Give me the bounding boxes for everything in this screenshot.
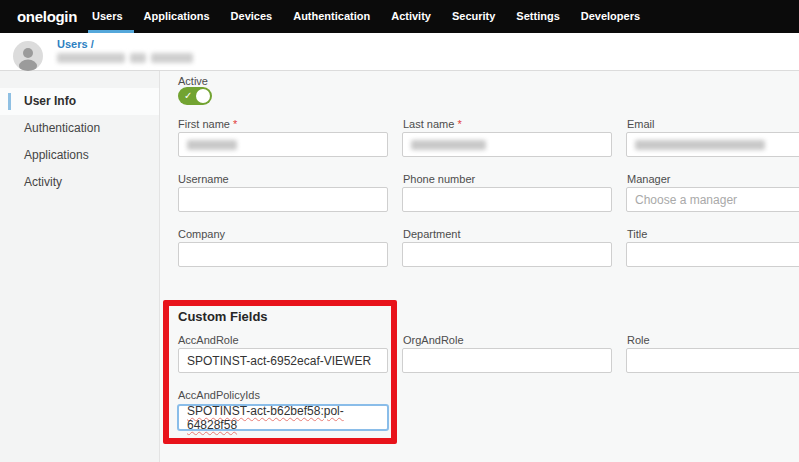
sidebar-item-activity[interactable]: Activity	[0, 169, 159, 196]
role-input[interactable]	[626, 348, 799, 373]
required-asterisk: *	[457, 118, 461, 130]
top-nav-items: Users Applications Devices Authenticatio…	[92, 0, 640, 33]
nav-tab-authentication[interactable]: Authentication	[293, 0, 370, 33]
manager-label: Manager	[627, 173, 670, 185]
active-tab-indicator	[88, 30, 134, 33]
label-text: First name	[178, 118, 230, 130]
acc-and-role-input[interactable]	[178, 348, 388, 373]
top-nav-bar: onelogin Users Applications Devices Auth…	[0, 0, 799, 33]
redacted-value	[635, 140, 765, 150]
nav-tab-settings[interactable]: Settings	[516, 0, 559, 33]
sidebar-item-user-info[interactable]: User Info	[0, 88, 159, 115]
redacted-block	[130, 53, 146, 63]
onelogin-admin-window: onelogin Users Applications Devices Auth…	[0, 0, 799, 462]
user-name-redacted	[57, 53, 193, 63]
custom-fields-heading: Custom Fields	[178, 309, 268, 324]
company-label: Company	[178, 228, 225, 240]
user-avatar	[13, 41, 43, 71]
nav-tab-activity[interactable]: Activity	[391, 0, 431, 33]
redacted-block	[151, 53, 193, 63]
sidebar-item-label: User Info	[24, 94, 76, 108]
last-name-field[interactable]	[402, 132, 612, 157]
nav-tab-security[interactable]: Security	[452, 0, 495, 33]
username-label: Username	[178, 173, 229, 185]
user-detail-sidebar: User Info Authentication Applications Ac…	[0, 71, 160, 462]
company-input[interactable]	[178, 242, 388, 267]
check-icon: ✓	[184, 89, 192, 103]
active-toggle[interactable]: ✓	[178, 87, 212, 105]
manager-input[interactable]	[626, 187, 799, 212]
person-icon	[13, 41, 43, 71]
required-asterisk: *	[233, 118, 237, 130]
breadcrumb-users-link[interactable]: Users /	[57, 38, 94, 50]
username-input[interactable]	[178, 187, 388, 212]
last-name-label: Last name*	[403, 118, 462, 130]
active-label: Active	[178, 75, 208, 87]
label-text: Last name	[403, 118, 454, 130]
page-header	[0, 33, 799, 71]
acc-and-role-label: AccAndRole	[178, 334, 239, 346]
phone-label: Phone number	[403, 173, 475, 185]
sidebar-item-applications[interactable]: Applications	[0, 142, 159, 169]
title-label: Title	[627, 228, 647, 240]
phone-input[interactable]	[402, 187, 612, 212]
sidebar-item-label: Applications	[24, 148, 89, 162]
redacted-block	[57, 53, 125, 63]
onelogin-logo: onelogin	[17, 0, 77, 33]
role-label: Role	[627, 334, 650, 346]
org-and-role-input[interactable]	[402, 348, 612, 373]
email-field[interactable]	[626, 132, 799, 157]
acc-and-policy-ids-input[interactable]: SPOTINST-act-b62bef58:pol-64828f58	[177, 404, 389, 431]
title-input[interactable]	[626, 242, 799, 267]
first-name-field[interactable]	[178, 132, 388, 157]
nav-tab-developers[interactable]: Developers	[581, 0, 640, 33]
org-and-role-label: OrgAndRole	[403, 334, 464, 346]
nav-tab-users[interactable]: Users	[92, 0, 123, 33]
department-input[interactable]	[402, 242, 612, 267]
acc-and-policy-ids-value: SPOTINST-act-b62bef58:pol-64828f58	[187, 404, 379, 432]
active-item-bar	[8, 93, 11, 110]
redacted-value	[187, 140, 237, 150]
nav-tab-devices[interactable]: Devices	[231, 0, 273, 33]
sidebar-item-label: Authentication	[24, 121, 100, 135]
sidebar-item-authentication[interactable]: Authentication	[0, 115, 159, 142]
email-label: Email	[627, 118, 655, 130]
first-name-label: First name*	[178, 118, 237, 130]
redacted-value	[411, 140, 486, 150]
toggle-knob	[196, 89, 210, 103]
acc-and-policy-ids-label: AccAndPolicyIds	[178, 389, 260, 401]
department-label: Department	[403, 228, 460, 240]
nav-tab-applications[interactable]: Applications	[144, 0, 210, 33]
sidebar-item-label: Activity	[24, 175, 62, 189]
